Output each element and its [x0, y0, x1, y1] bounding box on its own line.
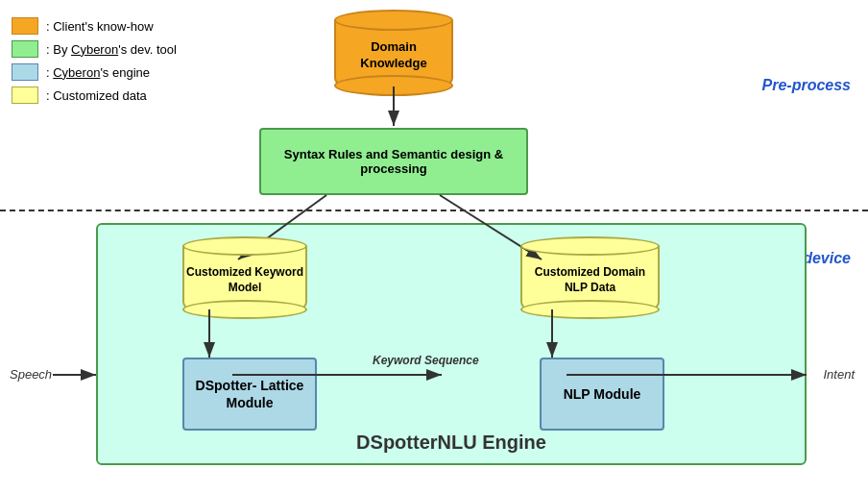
keyword-model-cylinder: Customized Keyword Model: [182, 236, 307, 319]
legend-label-green: : By Cyberon's dev. tool: [46, 42, 177, 57]
syntax-rules-box: Syntax Rules and Semantic design & proce…: [259, 128, 528, 195]
domain-knowledge-cylinder: Domain Knowledge: [334, 10, 453, 96]
divider-line: [0, 210, 868, 211]
legend-label-orange: : Client's know-how: [46, 19, 154, 34]
speech-label: Speech: [10, 367, 52, 382]
legend-box-yellow: [12, 86, 38, 104]
legend-item-orange: : Client's know-how: [12, 17, 177, 35]
domain-knowledge-label: Domain Knowledge: [336, 39, 451, 72]
legend: : Client's know-how : By Cyberon's dev. …: [12, 17, 177, 104]
dspotter-box: DSpotter- Lattice Module: [182, 358, 317, 431]
legend-item-yellow: : Customized data: [12, 86, 177, 104]
keyword-seq-label: Keyword Sequence: [373, 354, 479, 367]
legend-item-green: : By Cyberon's dev. tool: [12, 40, 177, 58]
nlp-data-cylinder: Customized Domain NLP Data: [520, 236, 660, 319]
syntax-rules-label: Syntax Rules and Semantic design & proce…: [267, 147, 520, 176]
diagram: : Client's know-how : By Cyberon's dev. …: [0, 0, 868, 494]
nlp-module-box: NLP Module: [540, 358, 664, 431]
intent-label: Intent: [823, 367, 855, 382]
legend-box-blue: [12, 63, 38, 81]
nlp-data-label: Customized Domain NLP Data: [522, 265, 658, 295]
recognition-area: Customized Keyword Model Customized Doma…: [96, 223, 807, 465]
legend-box-orange: [12, 17, 38, 35]
engine-name-label: DSpotterNLU Engine: [356, 432, 546, 453]
keyword-model-label: Customized Keyword Model: [184, 265, 305, 295]
preprocess-label: Pre-process: [762, 77, 852, 94]
engine-label-container: DSpotterNLU Engine: [98, 432, 805, 454]
dspotter-label: DSpotter- Lattice Module: [184, 377, 315, 411]
nlp-module-label: NLP Module: [564, 386, 641, 402]
legend-item-blue: : Cyberon's engine: [12, 63, 177, 81]
legend-label-yellow: : Customized data: [46, 88, 147, 103]
legend-label-blue: : Cyberon's engine: [46, 65, 150, 80]
legend-box-green: [12, 40, 38, 58]
